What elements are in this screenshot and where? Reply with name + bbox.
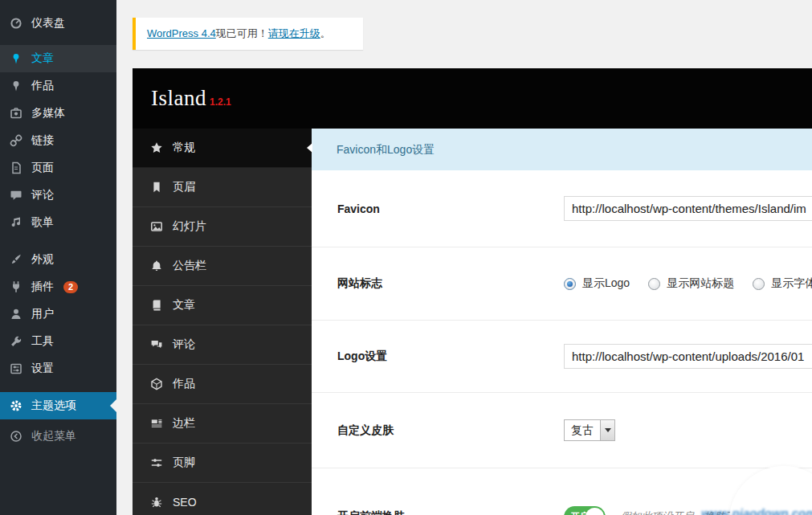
sidebar-item-users[interactable]: 用户: [0, 300, 116, 328]
sidebar-item-dashboard[interactable]: 仪表盘: [0, 10, 116, 37]
notice-period: 。: [320, 27, 331, 39]
user-icon: [9, 307, 23, 321]
sidebar-item-settings[interactable]: 设置: [0, 355, 116, 382]
tab-label: 公告栏: [173, 259, 206, 273]
tab-sidebar[interactable]: 边栏: [133, 404, 312, 443]
star-icon: [150, 141, 163, 154]
radio-option-show-site-title[interactable]: 显示网站标题: [648, 276, 734, 291]
gear-icon: [9, 399, 23, 413]
skin-select[interactable]: 复古: [564, 419, 615, 441]
favicon-url-input[interactable]: [564, 196, 812, 221]
sidebar-item-label: 主题选项: [31, 399, 76, 413]
tab-seo[interactable]: SEO: [133, 483, 312, 515]
radio-label: 显示Logo: [582, 276, 630, 291]
theme-panel-header: Island 1.2.1: [133, 68, 812, 129]
sidebar-item-collapse-menu[interactable]: 收起菜单: [0, 423, 116, 450]
sidebar-item-pages[interactable]: 页面: [0, 154, 116, 182]
sidebar-item-label: 文章: [31, 51, 54, 66]
sidebar-item-label: 插件: [31, 280, 54, 294]
theme-options-panel: Island 1.2.1 常规 页眉: [133, 68, 812, 515]
sidebar-item-appearance[interactable]: 外观: [0, 246, 116, 273]
setting-label: 网站标志: [312, 276, 564, 291]
tab-comments[interactable]: 评论: [133, 325, 312, 365]
sidebar-item-works[interactable]: 作品: [0, 72, 116, 100]
sidebar-item-label: 页面: [31, 161, 54, 175]
sidebar-item-links[interactable]: 链接: [0, 127, 116, 154]
setting-row-site-logo: 网站标志 显示Logo 显示网站标题 显示字体图标: [312, 247, 812, 321]
watermark-text: www.piaodown.com: [701, 506, 812, 515]
sidebar-item-comments[interactable]: 评论: [0, 182, 116, 209]
setting-label: Favicon: [312, 202, 564, 215]
notice-text: 现已可用！: [216, 27, 268, 39]
settings-icon: [9, 362, 23, 376]
tab-works[interactable]: 作品: [133, 365, 312, 404]
radio-option-show-logo[interactable]: 显示Logo: [564, 276, 630, 291]
radio-label: 显示字体图标: [771, 276, 812, 291]
update-notice: WordPress 4.4现已可用！请现在升级。: [133, 18, 363, 50]
sidebar-item-tools[interactable]: 工具: [0, 328, 116, 355]
sidebar-item-playlist[interactable]: 歌单: [0, 209, 116, 236]
tab-label: 边栏: [173, 416, 195, 431]
logo-url-input[interactable]: [564, 344, 812, 369]
tab-slideshow[interactable]: 幻灯片: [133, 207, 312, 247]
sidebar-item-theme-options[interactable]: 主题选项: [0, 392, 116, 419]
tab-footer[interactable]: 页脚: [133, 443, 312, 483]
setting-label: 开启前端换肤: [312, 509, 564, 515]
tab-posts[interactable]: 文章: [133, 286, 312, 325]
sidebar-item-posts[interactable]: 文章: [0, 45, 116, 72]
theme-tabs: 常规 页眉 幻灯片 公: [133, 129, 312, 515]
tab-header[interactable]: 页眉: [133, 168, 312, 207]
radio-button[interactable]: [648, 278, 660, 290]
sidebar-item-label: 用户: [31, 307, 54, 321]
admin-sidebar: 仪表盘 文章 作品 多媒体 链接 页面 评论: [0, 0, 116, 515]
camera-icon: [9, 106, 23, 121]
sidebar-item-plugins[interactable]: 插件 2: [0, 273, 116, 300]
setting-row-custom-skin: 自定义皮肤 复古: [312, 393, 812, 468]
radio-button-checked[interactable]: [564, 278, 576, 290]
bell-icon: [150, 260, 163, 272]
comment-icon: [9, 188, 23, 202]
select-dropdown-arrow-icon[interactable]: [600, 420, 614, 440]
plugins-update-badge: 2: [63, 281, 78, 293]
columns-icon: [150, 417, 163, 430]
tab-announcement[interactable]: 公告栏: [133, 247, 312, 286]
bug-icon: [150, 496, 163, 509]
book-icon: [150, 299, 163, 312]
sidebar-item-label: 仪表盘: [31, 16, 65, 31]
radio-button[interactable]: [753, 278, 765, 290]
comments-icon: [150, 338, 163, 351]
tab-label: 幻灯片: [173, 219, 206, 234]
sidebar-item-label: 链接: [31, 133, 54, 148]
plug-icon: [9, 280, 23, 294]
sidebar-item-label: 歌单: [31, 215, 54, 230]
sidebar-item-label: 工具: [31, 334, 54, 349]
sliders-icon: [150, 456, 163, 469]
music-note-icon: [9, 215, 23, 230]
section-title: Favicon和Logo设置: [312, 129, 812, 170]
sidebar-item-media[interactable]: 多媒体: [0, 100, 116, 127]
sidebar-item-label: 外观: [31, 252, 54, 267]
tab-label: 作品: [173, 377, 195, 391]
settings-section: Favicon和Logo设置 Favicon 网站标志 显示Logo: [312, 129, 812, 515]
admin-content-area: WordPress 4.4现已可用！请现在升级。 Island 1.2.1 常规: [116, 18, 812, 515]
upgrade-now-link[interactable]: 请现在升级: [268, 27, 320, 39]
tab-label: SEO: [173, 496, 197, 509]
document-icon: [9, 161, 23, 175]
cube-icon: [150, 378, 163, 390]
sidebar-item-label: 设置: [31, 362, 54, 376]
frontend-skin-toggle[interactable]: 开启: [564, 506, 606, 515]
wrench-icon: [9, 334, 23, 349]
setting-label: 自定义皮肤: [312, 423, 564, 438]
setting-row-logo: Logo设置: [312, 321, 812, 393]
tab-label: 页眉: [173, 180, 195, 194]
image-icon: [150, 220, 163, 233]
radio-label: 显示网站标题: [667, 276, 734, 291]
theme-brand: Island: [151, 68, 206, 129]
toggle-knob: [586, 508, 604, 515]
wordpress-version-link[interactable]: WordPress 4.4: [147, 27, 216, 39]
tab-general[interactable]: 常规: [133, 129, 312, 168]
skin-select-value: 复古: [565, 420, 600, 440]
setting-label: Logo设置: [312, 349, 564, 364]
sidebar-item-label: 评论: [31, 188, 54, 202]
radio-option-show-font-icon[interactable]: 显示字体图标: [753, 276, 812, 291]
